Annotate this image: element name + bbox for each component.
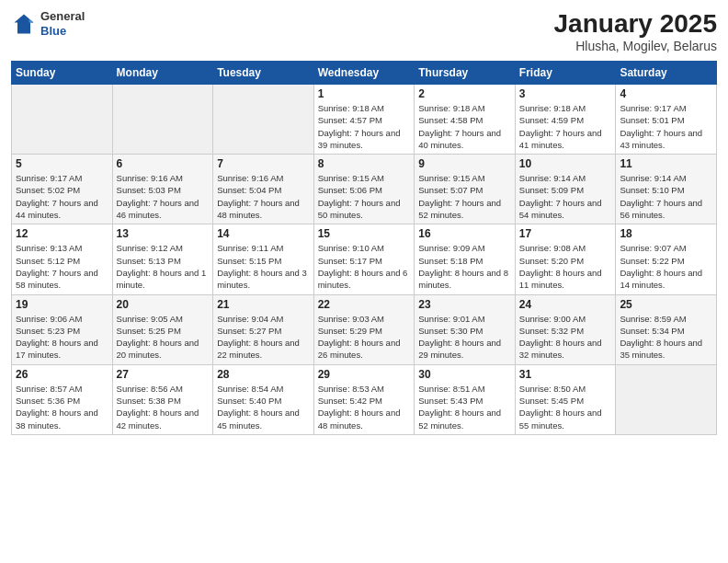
calendar-subtitle: Hlusha, Mogilev, Belarus [554, 39, 717, 53]
day-info: Sunrise: 9:15 AM Sunset: 5:07 PM Dayligh… [418, 172, 511, 221]
day-number: 24 [519, 298, 612, 311]
calendar-cell: 31Sunrise: 8:50 AM Sunset: 5:45 PM Dayli… [515, 364, 616, 434]
logo: General Blue [11, 9, 85, 38]
day-info: Sunrise: 9:12 AM Sunset: 5:13 PM Dayligh… [117, 242, 210, 291]
day-number: 31 [519, 368, 612, 381]
calendar-cell: 23Sunrise: 9:01 AM Sunset: 5:30 PM Dayli… [415, 294, 516, 364]
calendar-cell: 10Sunrise: 9:14 AM Sunset: 5:09 PM Dayli… [515, 155, 616, 224]
calendar-cell: 11Sunrise: 9:14 AM Sunset: 5:10 PM Dayli… [616, 155, 717, 224]
day-number: 23 [418, 298, 511, 311]
calendar-cell: 16Sunrise: 9:09 AM Sunset: 5:18 PM Dayli… [415, 224, 516, 294]
calendar-cell: 5Sunrise: 9:17 AM Sunset: 5:02 PM Daylig… [12, 155, 113, 224]
calendar-cell: 17Sunrise: 9:08 AM Sunset: 5:20 PM Dayli… [515, 224, 616, 294]
calendar-cell [12, 85, 113, 155]
day-info: Sunrise: 9:04 AM Sunset: 5:27 PM Dayligh… [217, 313, 310, 362]
day-info: Sunrise: 9:05 AM Sunset: 5:25 PM Dayligh… [117, 313, 210, 362]
calendar-cell: 22Sunrise: 9:03 AM Sunset: 5:29 PM Dayli… [313, 294, 415, 364]
day-info: Sunrise: 8:56 AM Sunset: 5:38 PM Dayligh… [117, 383, 210, 431]
day-number: 12 [16, 227, 108, 240]
calendar-week-row: 19Sunrise: 9:06 AM Sunset: 5:23 PM Dayli… [12, 294, 717, 364]
calendar-title: January 2025 [554, 9, 717, 39]
day-info: Sunrise: 8:53 AM Sunset: 5:42 PM Dayligh… [318, 383, 411, 431]
svg-marker-0 [15, 14, 34, 33]
day-number: 6 [117, 157, 210, 170]
day-info: Sunrise: 9:09 AM Sunset: 5:18 PM Dayligh… [418, 242, 511, 291]
day-info: Sunrise: 9:01 AM Sunset: 5:30 PM Dayligh… [418, 313, 511, 362]
logo-icon [11, 11, 37, 37]
th-thursday: Thursday [415, 62, 516, 85]
th-sunday: Sunday [12, 62, 113, 85]
calendar-week-row: 26Sunrise: 8:57 AM Sunset: 5:36 PM Dayli… [12, 364, 717, 434]
day-number: 8 [318, 157, 411, 170]
day-number: 3 [519, 87, 612, 100]
calendar-week-row: 5Sunrise: 9:17 AM Sunset: 5:02 PM Daylig… [12, 155, 717, 224]
calendar-cell: 14Sunrise: 9:11 AM Sunset: 5:15 PM Dayli… [213, 224, 314, 294]
calendar-week-row: 12Sunrise: 9:13 AM Sunset: 5:12 PM Dayli… [12, 224, 717, 294]
day-info: Sunrise: 9:08 AM Sunset: 5:20 PM Dayligh… [519, 242, 612, 291]
calendar-cell: 29Sunrise: 8:53 AM Sunset: 5:42 PM Dayli… [313, 364, 415, 434]
day-info: Sunrise: 9:16 AM Sunset: 5:04 PM Dayligh… [217, 172, 310, 221]
day-info: Sunrise: 9:18 AM Sunset: 4:59 PM Dayligh… [519, 102, 612, 151]
calendar-cell: 18Sunrise: 9:07 AM Sunset: 5:22 PM Dayli… [616, 224, 717, 294]
calendar-table: Sunday Monday Tuesday Wednesday Thursday… [11, 61, 717, 435]
day-info: Sunrise: 9:18 AM Sunset: 4:57 PM Dayligh… [318, 102, 411, 151]
calendar-cell: 4Sunrise: 9:17 AM Sunset: 5:01 PM Daylig… [616, 85, 717, 155]
title-block: January 2025 Hlusha, Mogilev, Belarus [554, 9, 717, 53]
day-number: 7 [217, 157, 310, 170]
day-number: 28 [217, 368, 310, 381]
calendar-cell: 26Sunrise: 8:57 AM Sunset: 5:36 PM Dayli… [12, 364, 113, 434]
day-number: 15 [318, 227, 411, 240]
day-number: 2 [418, 87, 511, 100]
calendar-cell: 2Sunrise: 9:18 AM Sunset: 4:58 PM Daylig… [415, 85, 516, 155]
day-number: 4 [620, 87, 712, 100]
calendar-cell: 28Sunrise: 8:54 AM Sunset: 5:40 PM Dayli… [213, 364, 314, 434]
day-info: Sunrise: 8:57 AM Sunset: 5:36 PM Dayligh… [16, 383, 108, 431]
calendar-cell [213, 85, 314, 155]
day-info: Sunrise: 9:07 AM Sunset: 5:22 PM Dayligh… [620, 242, 712, 291]
day-info: Sunrise: 9:11 AM Sunset: 5:15 PM Dayligh… [217, 242, 310, 291]
day-number: 11 [620, 157, 712, 170]
calendar-cell: 3Sunrise: 9:18 AM Sunset: 4:59 PM Daylig… [515, 85, 616, 155]
logo-text: General Blue [40, 9, 85, 38]
day-number: 22 [318, 298, 411, 311]
calendar-cell: 24Sunrise: 9:00 AM Sunset: 5:32 PM Dayli… [515, 294, 616, 364]
day-number: 19 [16, 298, 108, 311]
calendar-cell [112, 85, 213, 155]
day-info: Sunrise: 8:50 AM Sunset: 5:45 PM Dayligh… [519, 383, 612, 431]
calendar-cell: 1Sunrise: 9:18 AM Sunset: 4:57 PM Daylig… [313, 85, 415, 155]
th-monday: Monday [112, 62, 213, 85]
day-info: Sunrise: 8:54 AM Sunset: 5:40 PM Dayligh… [217, 383, 310, 431]
day-info: Sunrise: 9:17 AM Sunset: 5:02 PM Dayligh… [16, 172, 108, 221]
logo-blue: Blue [40, 24, 85, 39]
header: General Blue January 2025 Hlusha, Mogile… [11, 9, 717, 53]
header-row: Sunday Monday Tuesday Wednesday Thursday… [12, 62, 717, 85]
calendar-cell: 30Sunrise: 8:51 AM Sunset: 5:43 PM Dayli… [415, 364, 516, 434]
calendar-cell: 27Sunrise: 8:56 AM Sunset: 5:38 PM Dayli… [112, 364, 213, 434]
day-number: 10 [519, 157, 612, 170]
calendar-cell: 8Sunrise: 9:15 AM Sunset: 5:06 PM Daylig… [313, 155, 415, 224]
th-tuesday: Tuesday [213, 62, 314, 85]
day-number: 9 [418, 157, 511, 170]
calendar-cell: 13Sunrise: 9:12 AM Sunset: 5:13 PM Dayli… [112, 224, 213, 294]
day-number: 30 [418, 368, 511, 381]
day-info: Sunrise: 9:03 AM Sunset: 5:29 PM Dayligh… [318, 313, 411, 362]
calendar-cell: 15Sunrise: 9:10 AM Sunset: 5:17 PM Dayli… [313, 224, 415, 294]
day-info: Sunrise: 8:59 AM Sunset: 5:34 PM Dayligh… [620, 313, 712, 362]
day-number: 26 [16, 368, 108, 381]
th-saturday: Saturday [616, 62, 717, 85]
calendar-cell: 7Sunrise: 9:16 AM Sunset: 5:04 PM Daylig… [213, 155, 314, 224]
day-number: 18 [620, 227, 712, 240]
calendar-week-row: 1Sunrise: 9:18 AM Sunset: 4:57 PM Daylig… [12, 85, 717, 155]
calendar-cell: 19Sunrise: 9:06 AM Sunset: 5:23 PM Dayli… [12, 294, 113, 364]
day-number: 21 [217, 298, 310, 311]
day-info: Sunrise: 9:14 AM Sunset: 5:10 PM Dayligh… [620, 172, 712, 221]
day-info: Sunrise: 9:10 AM Sunset: 5:17 PM Dayligh… [318, 242, 411, 291]
day-info: Sunrise: 9:17 AM Sunset: 5:01 PM Dayligh… [620, 102, 712, 151]
day-info: Sunrise: 9:06 AM Sunset: 5:23 PM Dayligh… [16, 313, 108, 362]
day-number: 27 [117, 368, 210, 381]
logo-general: General [40, 9, 85, 24]
day-number: 17 [519, 227, 612, 240]
th-wednesday: Wednesday [313, 62, 415, 85]
calendar-cell: 12Sunrise: 9:13 AM Sunset: 5:12 PM Dayli… [12, 224, 113, 294]
day-number: 16 [418, 227, 511, 240]
